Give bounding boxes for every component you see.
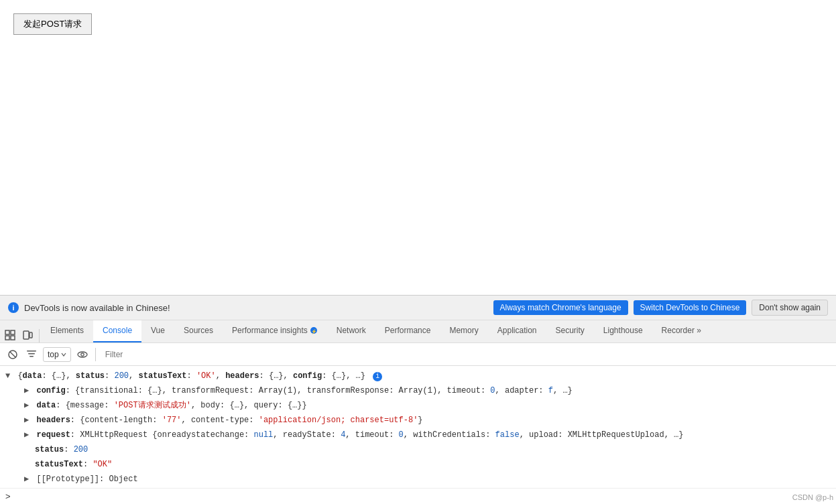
svg-rect-2 [5,336,9,340]
devtools-icon-buttons [0,328,38,342]
tab-memory[interactable]: Memory [440,320,487,342]
object-info-icon[interactable]: i [373,372,382,381]
console-toolbar: top [0,343,836,366]
svg-rect-3 [11,336,15,340]
tab-sources[interactable]: Sources [174,320,223,342]
toolbar-divider [95,348,96,361]
svg-rect-1 [11,330,15,334]
context-selector[interactable]: top [43,347,71,362]
console-prototype-line[interactable]: [[Prototype]]: Object [0,472,836,487]
tab-recorder[interactable]: Recorder » [652,320,711,342]
console-status-line: status: 200 [0,442,836,457]
svg-rect-11 [28,353,35,355]
filter-input[interactable] [101,349,831,361]
svg-rect-10 [27,351,36,352]
console-request-line[interactable]: request: XMLHttpRequest {onreadystatecha… [0,428,836,442]
devtools-panel: i DevTools is now available in Chinese! … [0,295,836,504]
expand-arrow[interactable] [24,430,29,440]
tab-network[interactable]: Network [327,320,375,342]
expand-arrow[interactable] [5,371,10,381]
console-statustext-line: statusText: "OK" [0,457,836,472]
console-prompt[interactable]: > [0,488,836,504]
tab-elements[interactable]: Elements [41,320,93,342]
tab-performance[interactable]: Performance [375,320,440,342]
switch-chinese-button[interactable]: Switch DevTools to Chinese [634,300,747,315]
notification-text: DevTools is now available in Chinese! [24,303,488,313]
expand-arrow[interactable] [24,401,29,410]
console-data-line[interactable]: data: {message: 'POST请求测试成功', body: {…},… [0,398,836,413]
filter-icon-button[interactable] [24,347,39,362]
tab-application[interactable]: Application [488,320,546,342]
console-config-line[interactable]: config: {transitional: {…}, transformReq… [0,383,836,398]
tab-security[interactable]: Security [546,320,594,342]
svg-rect-12 [29,356,34,357]
svg-rect-5 [29,332,32,338]
tab-vue[interactable]: Vue [141,320,174,342]
tab-console[interactable]: Console [93,320,141,342]
main-page: 发起POST请求 [0,0,836,295]
clear-console-button[interactable] [5,347,20,362]
expand-arrow[interactable] [24,416,29,425]
console-root-line[interactable]: {data: {…}, status: 200, statusText: 'OK… [0,369,836,383]
tab-performance-insights[interactable]: Performance insights ⚡ [223,320,327,342]
dont-show-button[interactable]: Don't show again [752,300,828,316]
console-output: {data: {…}, status: 200, statusText: 'OK… [0,366,836,488]
console-headers-line[interactable]: headers: {content-length: '77', content-… [0,413,836,428]
svg-text:⚡: ⚡ [310,328,316,334]
always-match-button[interactable]: Always match Chrome's language [493,300,628,315]
svg-rect-4 [23,331,29,339]
expand-arrow[interactable] [24,475,29,484]
prompt-chevron: > [5,491,11,501]
inspect-icon[interactable] [3,328,17,342]
svg-rect-0 [5,330,9,334]
expand-arrow[interactable] [24,386,29,395]
watermark: CSDN @p-h [792,493,833,501]
device-icon[interactable] [20,328,35,342]
notification-bar: i DevTools is now available in Chinese! … [0,296,836,320]
eye-icon-button[interactable] [75,347,90,362]
tab-bar: Elements Console Vue Sources Performance… [0,320,836,343]
tab-divider [39,329,40,342]
info-icon: i [8,302,19,313]
svg-point-14 [80,353,83,355]
tab-lighthouse[interactable]: Lighthouse [594,320,652,342]
svg-line-9 [10,352,15,357]
post-button[interactable]: 发起POST请求 [13,13,92,35]
